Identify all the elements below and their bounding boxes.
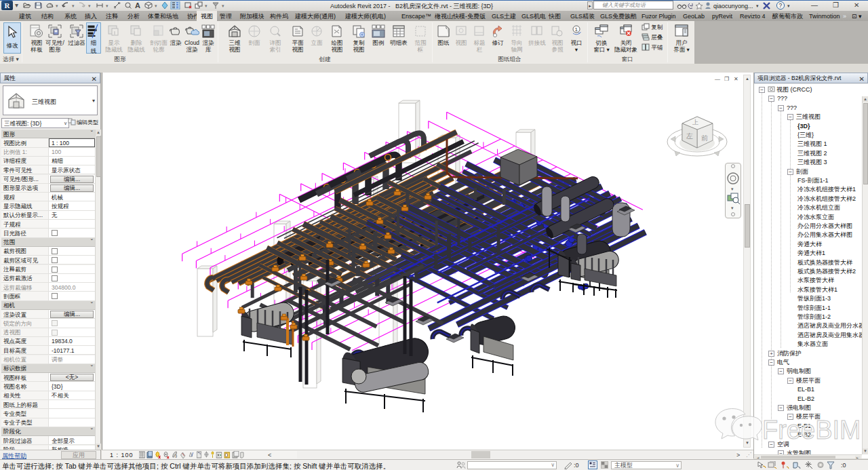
svg-text:▾: ▾: [155, 3, 157, 8]
svg-text:▾: ▾: [731, 187, 734, 191]
svg-text:▾: ▾: [731, 205, 734, 210]
svg-text:▾: ▾: [756, 3, 759, 8]
svg-text:▾: ▾: [205, 3, 208, 8]
svg-text:▾: ▾: [106, 3, 108, 8]
svg-text:▾: ▾: [222, 3, 224, 8]
svg-text:qiaocunyong...: qiaocunyong...: [713, 3, 753, 9]
svg-text:FreeBIM: FreeBIM: [762, 416, 859, 444]
svg-text:上: 上: [692, 119, 698, 125]
svg-text:▾: ▾: [88, 3, 91, 8]
svg-text:▾: ▾: [72, 3, 75, 8]
svg-text:9: 9: [175, 454, 177, 458]
svg-text:?: ?: [778, 2, 782, 9]
svg-text:A: A: [135, 1, 140, 9]
svg-text:▾: ▾: [56, 3, 58, 8]
svg-text:前: 前: [701, 134, 708, 142]
svg-text:左: 左: [686, 132, 693, 140]
svg-text:1: 1: [575, 26, 578, 33]
svg-text:▾: ▾: [787, 3, 790, 8]
